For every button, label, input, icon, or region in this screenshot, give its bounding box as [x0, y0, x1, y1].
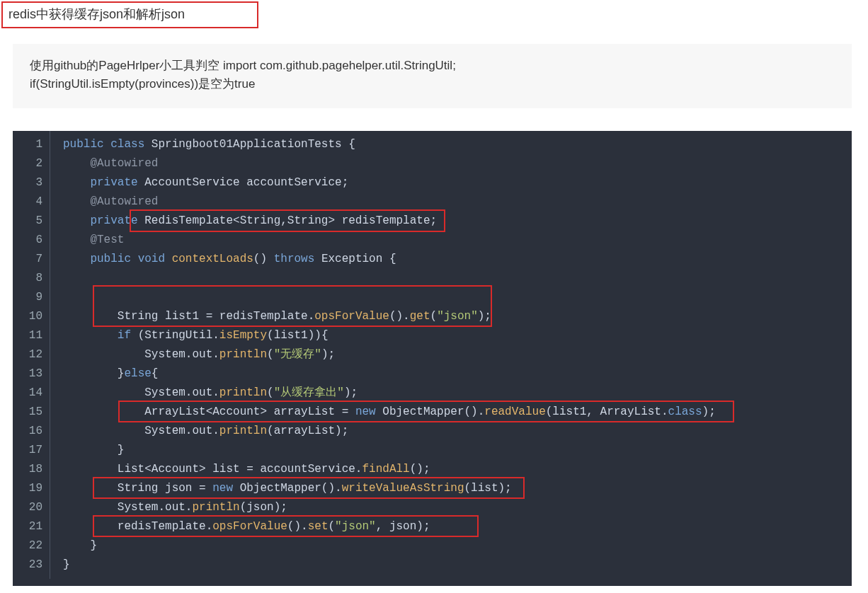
code-area: public class Springboot01ApplicationTest…: [50, 131, 852, 579]
line-number: 13: [13, 364, 42, 384]
code-line: public class Springboot01ApplicationTest…: [63, 135, 852, 154]
code-line: if (StringUtil.isEmpty(list1)){: [63, 326, 852, 345]
code-line: @Autowired: [63, 154, 852, 173]
title-text: redis中获得缓存json和解析json: [8, 7, 185, 21]
code-line: System.out.println(arrayList);: [63, 422, 852, 441]
line-number: 2: [13, 154, 42, 173]
line-number: 22: [13, 536, 42, 555]
line-number: 8: [13, 269, 42, 288]
code-line: [63, 288, 852, 307]
line-number-gutter: 1 2 3 4 5 6 7 8 9 10 11 12 13 14 15 16 1…: [13, 131, 50, 579]
code-block: 1 2 3 4 5 6 7 8 9 10 11 12 13 14 15 16 1…: [13, 131, 852, 586]
line-number: 1: [13, 135, 42, 154]
code-line: private AccountService accountService;: [63, 173, 852, 192]
code-line: ArrayList<Account> arrayList = new Objec…: [63, 403, 852, 422]
line-number: 21: [13, 517, 42, 536]
code-line: }else{: [63, 364, 852, 384]
line-number: 14: [13, 384, 42, 403]
line-number: 16: [13, 422, 42, 441]
line-number: 5: [13, 212, 42, 231]
line-number: 17: [13, 441, 42, 460]
code-line: redisTemplate.opsForValue().set("json", …: [63, 517, 852, 536]
line-number: 12: [13, 345, 42, 364]
line-number: 19: [13, 479, 42, 498]
code-line: }: [63, 555, 852, 575]
code-line: private RedisTemplate<String,String> red…: [63, 212, 852, 231]
line-number: 6: [13, 231, 42, 250]
line-number: 10: [13, 307, 42, 326]
code-line: System.out.println(json);: [63, 498, 852, 517]
code-line: [63, 269, 852, 288]
line-number: 9: [13, 288, 42, 307]
info-block: 使用github的PageHrlper小工具判空 import com.gith…: [13, 44, 852, 108]
line-number: 18: [13, 460, 42, 479]
info-line-1: 使用github的PageHrlper小工具判空 import com.gith…: [30, 57, 835, 75]
code-line: System.out.println("无缓存");: [63, 345, 852, 364]
line-number: 7: [13, 250, 42, 269]
info-line-2: if(StringUtil.isEmpty(provinces))是空为true: [30, 75, 835, 93]
line-number: 3: [13, 173, 42, 192]
line-number: 15: [13, 403, 42, 422]
code-line: }: [63, 536, 852, 555]
code-line: System.out.println("从缓存拿出");: [63, 384, 852, 403]
code-line: String json = new ObjectMapper().writeVa…: [63, 479, 852, 498]
code-line: List<Account> list = accountService.find…: [63, 460, 852, 479]
code-line: }: [63, 441, 852, 460]
code-line: public void contextLoads() throws Except…: [63, 250, 852, 269]
code-line: @Test: [63, 231, 852, 250]
line-number: 11: [13, 326, 42, 345]
line-number: 23: [13, 555, 42, 575]
code-line: @Autowired: [63, 192, 852, 212]
line-number: 4: [13, 192, 42, 212]
title-box: redis中获得缓存json和解析json: [1, 1, 258, 28]
line-number: 20: [13, 498, 42, 517]
code-line: String list1 = redisTemplate.opsForValue…: [63, 307, 852, 326]
